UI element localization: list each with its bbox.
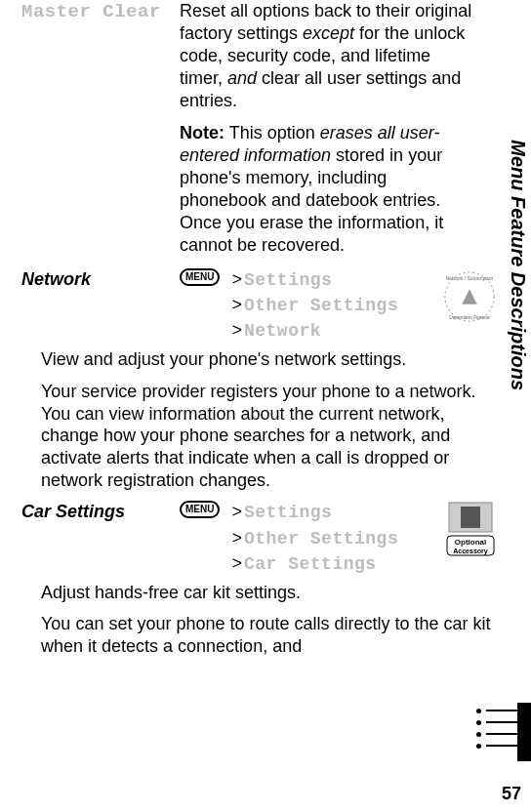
- master-clear-heading: Master Clear: [21, 1, 161, 22]
- svg-rect-4: [461, 507, 480, 528]
- menu-key-icon: MENU: [180, 501, 220, 518]
- svg-text:Dependent Feature: Dependent Feature: [449, 316, 490, 321]
- master-clear-note: Note: This option erases all user-entere…: [180, 122, 478, 257]
- network-para-1: View and adjust your phone's network set…: [21, 348, 412, 371]
- network-para-2: Your service provider registers your pho…: [21, 381, 490, 491]
- page-content: Master Clear Reset all options back to t…: [21, 0, 478, 658]
- car-settings-title: Car Settings: [21, 502, 125, 521]
- master-clear-section: Master Clear Reset all options back to t…: [21, 0, 478, 266]
- network-section-header: Network MENU >Settings >Other Settings >…: [21, 268, 478, 343]
- page-number: 57: [502, 784, 521, 804]
- car-settings-section-header: Car Settings MENU >Settings >Other Setti…: [21, 501, 478, 575]
- network-title: Network: [21, 269, 91, 289]
- menu-key-icon: MENU: [180, 268, 220, 286]
- car-settings-para-1: Adjust hands-free car kit settings.: [21, 582, 412, 604]
- optional-accessory-icon: Optional Accessory: [443, 501, 498, 559]
- car-settings-menu-path: >Settings >Other Settings >Car Settings: [229, 501, 398, 575]
- page: Menu Feature Descriptions Master Clear R…: [0, 0, 531, 812]
- network-menu-path: >Settings >Other Settings >Network: [229, 268, 398, 343]
- edge-tab-decoration: [472, 705, 523, 759]
- svg-text:Optional: Optional: [455, 538, 486, 547]
- master-clear-desc-1: Reset all options back to their original…: [180, 0, 478, 112]
- network-feature-icon: Network / Subscription Dependent Feature: [441, 268, 498, 325]
- side-section-label: Menu Feature Descriptions: [507, 140, 529, 390]
- svg-text:Accessory: Accessory: [453, 548, 488, 555]
- svg-text:Network / Subscription: Network / Subscription: [446, 276, 494, 281]
- car-settings-para-2: You can set your phone to route calls di…: [21, 613, 500, 657]
